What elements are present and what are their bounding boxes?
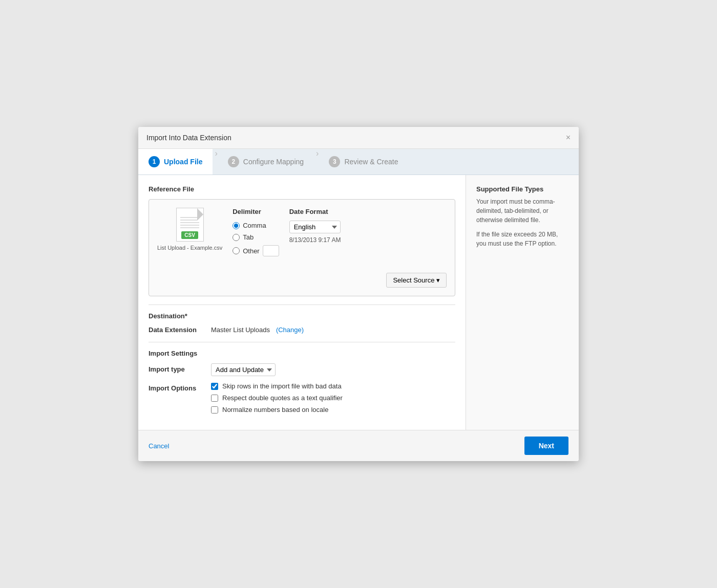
normalize-label: Normalize numbers based on locale	[222, 406, 328, 413]
file-line	[180, 222, 199, 223]
file-line	[180, 220, 199, 221]
sidebar: Supported File Types Your import must be…	[466, 175, 579, 430]
divider-1	[149, 304, 455, 305]
option-double-quotes[interactable]: Respect double quotes as a text qualifie…	[211, 394, 343, 402]
divider-2	[149, 342, 455, 342]
reference-file-box: CSV List Upload - Example.csv Delimiter …	[149, 199, 455, 296]
destination-label: Data Extension	[149, 326, 205, 334]
delimiter-section: Delimiter Comma Tab Other	[233, 208, 279, 256]
import-options-label: Import Options	[149, 382, 205, 392]
wizard-step-3[interactable]: 3 Review & Create	[319, 149, 408, 175]
sidebar-title: Supported File Types	[476, 185, 568, 193]
wizard-step-1[interactable]: 1 Upload File	[138, 149, 213, 175]
destination-title: Destination*	[149, 312, 455, 320]
double-quotes-label: Respect double quotes as a text qualifie…	[222, 394, 343, 402]
checkbox-normalize[interactable]	[211, 406, 218, 413]
other-delimiter-input[interactable]	[263, 245, 279, 256]
import-type-select[interactable]: Add and Update Add Only Update Only Over…	[211, 363, 276, 376]
checkbox-skip-rows[interactable]	[211, 383, 218, 390]
import-options-value: Skip rows in the import file with bad da…	[211, 382, 343, 413]
modal-title: Import Into Data Extension	[146, 134, 231, 142]
csv-badge: CSV	[181, 231, 198, 239]
sidebar-paragraph-2: If the file size exceeds 20 MB, you must…	[476, 230, 568, 248]
date-format-section: Date Format English French German Spanis…	[289, 208, 341, 244]
step-1-circle: 1	[149, 156, 160, 167]
file-name: List Upload - Example.csv	[157, 245, 222, 251]
wizard-steps: 1 Upload File › 2 Configure Mapping › 3 …	[138, 149, 579, 175]
other-label: Other	[243, 247, 260, 255]
close-icon[interactable]: ×	[566, 133, 571, 142]
destination-section: Destination* Data Extension Master List …	[149, 312, 455, 334]
change-link[interactable]: (Change)	[276, 326, 304, 334]
step-3-circle: 3	[329, 156, 340, 167]
skip-rows-label: Skip rows in the import file with bad da…	[222, 382, 342, 390]
next-button[interactable]: Next	[524, 437, 568, 455]
wizard-step-2[interactable]: 2 Configure Mapping	[218, 149, 314, 175]
modal-header: Import Into Data Extension ×	[138, 127, 579, 149]
step-2-label: Configure Mapping	[243, 158, 304, 166]
option-skip-rows[interactable]: Skip rows in the import file with bad da…	[211, 382, 343, 390]
comma-label: Comma	[243, 222, 266, 229]
sidebar-paragraph-1: Your import must be comma-delimited, tab…	[476, 197, 568, 225]
file-lines	[180, 217, 199, 228]
reference-file-title: Reference File	[149, 185, 455, 193]
main-content: Reference File CSV List Uploa	[138, 175, 466, 430]
radio-other[interactable]	[233, 247, 240, 254]
tab-label: Tab	[243, 233, 254, 241]
delimiter-label: Delimiter	[233, 208, 279, 215]
step-3-label: Review & Create	[344, 158, 398, 166]
import-settings-section: Import Settings Import type Add and Upda…	[149, 350, 455, 413]
option-normalize-numbers[interactable]: Normalize numbers based on locale	[211, 406, 343, 413]
file-line	[180, 225, 199, 226]
date-format-select[interactable]: English French German Spanish	[289, 221, 341, 233]
checkbox-double-quotes[interactable]	[211, 395, 218, 402]
import-type-row: Import type Add and Update Add Only Upda…	[149, 363, 455, 376]
step-2-circle: 2	[228, 156, 239, 167]
delimiter-tab[interactable]: Tab	[233, 233, 279, 241]
file-icon-container: CSV List Upload - Example.csv	[157, 208, 222, 251]
delimiter-other[interactable]: Other	[233, 245, 279, 256]
import-type-label: Import type	[149, 363, 205, 373]
import-dialog: Import Into Data Extension × 1 Upload Fi…	[138, 127, 579, 461]
select-source-row: Select Source ▾	[157, 273, 447, 288]
date-format-label: Date Format	[289, 208, 341, 215]
file-line	[180, 227, 199, 228]
modal-body: Reference File CSV List Uploa	[138, 175, 579, 430]
import-type-value: Add and Update Add Only Update Only Over…	[211, 363, 276, 376]
select-source-button[interactable]: Select Source ▾	[386, 273, 447, 288]
import-settings-title: Import Settings	[149, 350, 455, 357]
cancel-button[interactable]: Cancel	[149, 442, 169, 450]
file-icon: CSV	[176, 208, 204, 242]
import-options-row: Import Options Skip rows in the import f…	[149, 382, 455, 413]
radio-tab[interactable]	[233, 234, 240, 241]
modal-footer: Cancel Next	[138, 430, 579, 461]
destination-value: Master List Uploads	[211, 326, 270, 334]
radio-comma[interactable]	[233, 222, 240, 229]
delimiter-comma[interactable]: Comma	[233, 222, 279, 229]
file-line	[180, 217, 199, 218]
destination-row: Data Extension Master List Uploads (Chan…	[149, 326, 455, 334]
step-1-label: Upload File	[164, 158, 202, 166]
date-sample: 8/13/2013 9:17 AM	[289, 236, 341, 244]
